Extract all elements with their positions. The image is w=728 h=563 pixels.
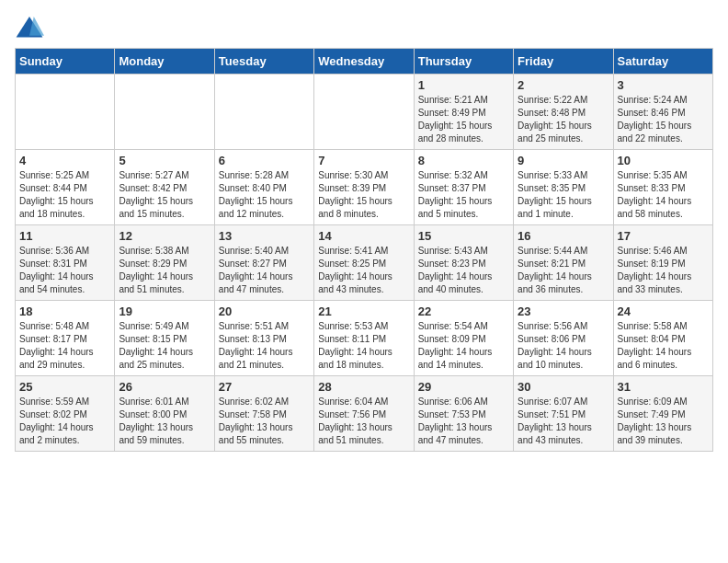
day-info: Sunrise: 5:24 AM Sunset: 8:46 PM Dayligh… [618, 94, 709, 145]
day-number: 29 [418, 380, 509, 394]
day-cell-2-1: 12Sunrise: 5:38 AM Sunset: 8:29 PM Dayli… [115, 225, 214, 301]
header-tuesday: Tuesday [214, 49, 313, 75]
header-saturday: Saturday [613, 49, 712, 75]
day-info: Sunrise: 5:41 AM Sunset: 8:25 PM Dayligh… [318, 245, 409, 296]
calendar-header: SundayMondayTuesdayWednesdayThursdayFrid… [16, 49, 713, 75]
day-cell-4-0: 25Sunrise: 5:59 AM Sunset: 8:02 PM Dayli… [16, 376, 115, 452]
header-wednesday: Wednesday [314, 49, 414, 75]
day-number: 30 [518, 380, 609, 394]
day-number: 1 [418, 78, 509, 92]
day-number: 20 [219, 304, 310, 318]
day-number: 22 [418, 304, 509, 318]
day-info: Sunrise: 5:46 AM Sunset: 8:19 PM Dayligh… [618, 245, 709, 296]
header-thursday: Thursday [414, 49, 513, 75]
day-info: Sunrise: 5:38 AM Sunset: 8:29 PM Dayligh… [119, 245, 210, 296]
day-info: Sunrise: 5:54 AM Sunset: 8:09 PM Dayligh… [418, 320, 509, 372]
day-cell-2-2: 13Sunrise: 5:40 AM Sunset: 8:27 PM Dayli… [214, 225, 313, 301]
logo-icon [15, 15, 44, 40]
day-cell-2-5: 16Sunrise: 5:44 AM Sunset: 8:21 PM Dayli… [514, 225, 613, 301]
day-number: 14 [318, 229, 409, 243]
day-cell-0-1 [115, 75, 214, 150]
day-cell-3-5: 23Sunrise: 5:56 AM Sunset: 8:06 PM Dayli… [514, 301, 613, 376]
day-info: Sunrise: 5:25 AM Sunset: 8:44 PM Dayligh… [19, 169, 110, 221]
header-sunday: Sunday [16, 49, 115, 75]
day-cell-2-6: 17Sunrise: 5:46 AM Sunset: 8:19 PM Dayli… [613, 225, 712, 301]
day-cell-1-4: 8Sunrise: 5:32 AM Sunset: 8:37 PM Daylig… [414, 150, 513, 225]
day-cell-0-0 [16, 75, 115, 150]
day-info: Sunrise: 5:48 AM Sunset: 8:17 PM Dayligh… [19, 320, 110, 372]
day-cell-3-1: 19Sunrise: 5:49 AM Sunset: 8:15 PM Dayli… [115, 301, 214, 376]
day-cell-0-6: 3Sunrise: 5:24 AM Sunset: 8:46 PM Daylig… [613, 75, 712, 150]
day-number: 10 [618, 154, 709, 167]
day-number: 3 [618, 78, 709, 92]
day-cell-2-4: 15Sunrise: 5:43 AM Sunset: 8:23 PM Dayli… [414, 225, 513, 301]
day-cell-4-5: 30Sunrise: 6:07 AM Sunset: 7:51 PM Dayli… [514, 376, 613, 452]
day-info: Sunrise: 6:02 AM Sunset: 7:58 PM Dayligh… [219, 396, 310, 447]
week-row-4: 18Sunrise: 5:48 AM Sunset: 8:17 PM Dayli… [16, 301, 713, 376]
day-info: Sunrise: 5:40 AM Sunset: 8:27 PM Dayligh… [219, 245, 310, 296]
day-cell-1-3: 7Sunrise: 5:30 AM Sunset: 8:39 PM Daylig… [314, 150, 414, 225]
day-cell-3-3: 21Sunrise: 5:53 AM Sunset: 8:11 PM Dayli… [314, 301, 414, 376]
day-number: 25 [19, 380, 110, 394]
svg-marker-1 [29, 17, 44, 36]
day-cell-4-6: 31Sunrise: 6:09 AM Sunset: 7:49 PM Dayli… [613, 376, 712, 452]
logo [15, 15, 48, 40]
header-row: SundayMondayTuesdayWednesdayThursdayFrid… [16, 49, 713, 75]
day-number: 13 [219, 229, 310, 243]
day-cell-0-5: 2Sunrise: 5:22 AM Sunset: 8:48 PM Daylig… [514, 75, 613, 150]
day-number: 4 [19, 154, 110, 167]
day-info: Sunrise: 5:43 AM Sunset: 8:23 PM Dayligh… [418, 245, 509, 296]
day-info: Sunrise: 5:35 AM Sunset: 8:33 PM Dayligh… [618, 169, 709, 221]
day-cell-4-2: 27Sunrise: 6:02 AM Sunset: 7:58 PM Dayli… [214, 376, 313, 452]
day-cell-0-3 [314, 75, 414, 150]
header [15, 15, 713, 40]
week-row-2: 4Sunrise: 5:25 AM Sunset: 8:44 PM Daylig… [16, 150, 713, 225]
day-info: Sunrise: 5:32 AM Sunset: 8:37 PM Dayligh… [418, 169, 509, 221]
day-cell-4-1: 26Sunrise: 6:01 AM Sunset: 8:00 PM Dayli… [115, 376, 214, 452]
day-number: 28 [318, 380, 409, 394]
day-info: Sunrise: 5:49 AM Sunset: 8:15 PM Dayligh… [119, 320, 210, 372]
day-info: Sunrise: 5:22 AM Sunset: 8:48 PM Dayligh… [518, 94, 609, 145]
day-cell-1-5: 9Sunrise: 5:33 AM Sunset: 8:35 PM Daylig… [514, 150, 613, 225]
day-info: Sunrise: 5:51 AM Sunset: 8:13 PM Dayligh… [219, 320, 310, 372]
day-info: Sunrise: 6:01 AM Sunset: 8:00 PM Dayligh… [119, 396, 210, 447]
day-info: Sunrise: 6:07 AM Sunset: 7:51 PM Dayligh… [518, 396, 609, 447]
day-number: 7 [318, 154, 409, 167]
day-number: 26 [119, 380, 210, 394]
day-info: Sunrise: 5:44 AM Sunset: 8:21 PM Dayligh… [518, 245, 609, 296]
day-cell-2-3: 14Sunrise: 5:41 AM Sunset: 8:25 PM Dayli… [314, 225, 414, 301]
day-number: 27 [219, 380, 310, 394]
header-friday: Friday [514, 49, 613, 75]
day-info: Sunrise: 5:58 AM Sunset: 8:04 PM Dayligh… [618, 320, 709, 372]
day-cell-1-2: 6Sunrise: 5:28 AM Sunset: 8:40 PM Daylig… [214, 150, 313, 225]
week-row-5: 25Sunrise: 5:59 AM Sunset: 8:02 PM Dayli… [16, 376, 713, 452]
day-number: 31 [618, 380, 709, 394]
calendar-body: 1Sunrise: 5:21 AM Sunset: 8:49 PM Daylig… [16, 75, 713, 452]
week-row-3: 11Sunrise: 5:36 AM Sunset: 8:31 PM Dayli… [16, 225, 713, 301]
day-number: 23 [518, 304, 609, 318]
day-info: Sunrise: 5:59 AM Sunset: 8:02 PM Dayligh… [19, 396, 110, 447]
day-info: Sunrise: 5:53 AM Sunset: 8:11 PM Dayligh… [318, 320, 409, 372]
day-number: 24 [618, 304, 709, 318]
day-info: Sunrise: 5:21 AM Sunset: 8:49 PM Dayligh… [418, 94, 509, 145]
day-number: 16 [518, 229, 609, 243]
day-cell-1-0: 4Sunrise: 5:25 AM Sunset: 8:44 PM Daylig… [16, 150, 115, 225]
day-cell-0-2 [214, 75, 313, 150]
day-cell-1-6: 10Sunrise: 5:35 AM Sunset: 8:33 PM Dayli… [613, 150, 712, 225]
header-monday: Monday [115, 49, 214, 75]
day-cell-1-1: 5Sunrise: 5:27 AM Sunset: 8:42 PM Daylig… [115, 150, 214, 225]
day-number: 15 [418, 229, 509, 243]
day-cell-3-0: 18Sunrise: 5:48 AM Sunset: 8:17 PM Dayli… [16, 301, 115, 376]
day-cell-4-4: 29Sunrise: 6:06 AM Sunset: 7:53 PM Dayli… [414, 376, 513, 452]
day-cell-3-6: 24Sunrise: 5:58 AM Sunset: 8:04 PM Dayli… [613, 301, 712, 376]
day-cell-3-4: 22Sunrise: 5:54 AM Sunset: 8:09 PM Dayli… [414, 301, 513, 376]
day-number: 18 [19, 304, 110, 318]
day-number: 8 [418, 154, 509, 167]
day-number: 9 [518, 154, 609, 167]
day-number: 19 [119, 304, 210, 318]
day-info: Sunrise: 6:04 AM Sunset: 7:56 PM Dayligh… [318, 396, 409, 447]
day-cell-4-3: 28Sunrise: 6:04 AM Sunset: 7:56 PM Dayli… [314, 376, 414, 452]
day-number: 5 [119, 154, 210, 167]
day-info: Sunrise: 5:36 AM Sunset: 8:31 PM Dayligh… [19, 245, 110, 296]
week-row-1: 1Sunrise: 5:21 AM Sunset: 8:49 PM Daylig… [16, 75, 713, 150]
